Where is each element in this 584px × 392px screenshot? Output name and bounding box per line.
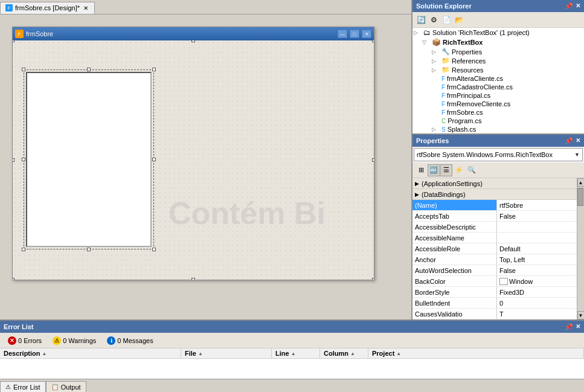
rtf-handle-bl[interactable] <box>22 248 25 251</box>
form-title-icon: F <box>15 30 24 38</box>
col-description[interactable]: Description ▲ <box>0 349 181 358</box>
sol-header-close[interactable]: ✕ <box>576 2 580 10</box>
tree-splash[interactable]: ▷ S Splash.cs <box>412 125 584 133</box>
prop-btn-search[interactable]: 🔍 <box>466 164 478 176</box>
solution-expand[interactable]: ▷ <box>414 30 423 36</box>
form-title-text: frmSobre <box>26 30 335 37</box>
prop-row-accrole[interactable]: AccessibleRole Default <box>412 243 577 254</box>
frmremove-label: frmRemoveCliente.cs <box>447 100 510 108</box>
prop-cat-databindings[interactable]: ▶ (DataBindings) <box>412 189 577 200</box>
prop-row-name[interactable]: ➤ (Name) rtfSobre <box>412 200 577 211</box>
scrollbar-up[interactable]: ▲ <box>577 178 585 187</box>
rtf-handle-br[interactable] <box>152 248 156 251</box>
cat-expand-2[interactable]: ▶ <box>415 191 419 198</box>
prop-row-accdesc[interactable]: AccessibleDescriptic <box>412 222 577 233</box>
handle-tm[interactable] <box>191 40 195 42</box>
frmprincipal-label: frmPrincipal.cs <box>447 92 490 99</box>
tree-program[interactable]: C Program.cs <box>412 117 584 125</box>
handle-ml[interactable] <box>13 158 14 162</box>
col-line[interactable]: Line ▲ <box>272 349 320 358</box>
tree-properties[interactable]: ▷ 🔧 Properties <box>412 47 584 56</box>
prop-scrollbar[interactable]: ▲ ▼ <box>577 178 584 320</box>
handle-bl[interactable] <box>13 278 14 280</box>
prop-row-acceptstab[interactable]: AcceptsTab False <box>412 211 577 222</box>
handle-mr[interactable] <box>372 158 374 162</box>
tree-frmprincipal[interactable]: F frmPrincipal.cs <box>412 91 584 100</box>
tree-view[interactable]: ▷ 🗂 Solution 'RichTextBox' (1 project) ▽… <box>412 28 584 133</box>
handle-tl[interactable] <box>13 40 14 42</box>
bottom-tab-errorlist[interactable]: ⚠ Error List <box>0 381 46 392</box>
resources-expand[interactable]: ▷ <box>432 67 441 73</box>
rtf-handle-ml[interactable] <box>22 158 25 161</box>
prop-pin-icon[interactable]: 📌 <box>565 137 573 145</box>
rtf-handle-bm[interactable] <box>87 248 91 251</box>
sol-toolbar-btn-4[interactable]: 📂 <box>453 14 465 26</box>
sol-toolbar-btn-1[interactable]: 🔄 <box>415 14 427 26</box>
tree-references[interactable]: ▷ 📁 References <box>412 56 584 65</box>
warnings-btn[interactable]: ⚠ 0 Warnings <box>48 335 100 347</box>
prop-row-extra[interactable]: CausesValidatio T <box>412 309 577 320</box>
prop-value-backcolor: Window <box>497 276 577 286</box>
handle-br[interactable] <box>372 278 374 280</box>
tab-close-button[interactable]: ✕ <box>82 4 89 11</box>
col-column[interactable]: Column ▲ <box>320 349 368 358</box>
tree-frmremove[interactable]: F frmRemoveCliente.cs <box>412 100 584 108</box>
scrollbar-thumb[interactable] <box>577 188 583 206</box>
bottom-tab-output[interactable]: 📋 Output <box>46 381 86 392</box>
col-project[interactable]: Project ▲ <box>368 349 584 358</box>
project-expand[interactable]: ▽ <box>422 39 432 45</box>
references-expand[interactable]: ▷ <box>432 58 441 64</box>
solution-node[interactable]: ▷ 🗂 Solution 'RichTextBox' (1 project) <box>412 28 584 37</box>
minimize-button[interactable]: — <box>338 30 347 38</box>
prop-row-accname[interactable]: AccessibleName <box>412 233 577 243</box>
cat-expand-1[interactable]: ▶ <box>415 181 419 187</box>
designer-tab[interactable]: F frmSobre.cs [Design]* ✕ <box>0 2 95 14</box>
close-button[interactable]: ✕ <box>362 30 371 38</box>
tree-resources[interactable]: ▷ 📁 Resources <box>412 65 584 74</box>
prop-value-accdesc <box>497 222 577 232</box>
prop-grid[interactable]: ▶ (ApplicationSettings) ▶ (DataBindings)… <box>412 178 577 320</box>
col-line-sort[interactable]: ▲ <box>291 351 296 356</box>
col-proj-sort[interactable]: ▲ <box>396 351 401 356</box>
rtf-handle-tl[interactable] <box>22 68 25 71</box>
col-desc-sort[interactable]: ▲ <box>42 351 47 356</box>
sol-toolbar-btn-2[interactable]: ⚙ <box>428 14 440 26</box>
prop-row-backcolor[interactable]: BackColor Window <box>412 276 577 287</box>
prop-row-borderstyle[interactable]: BorderStyle Fixed3D <box>412 287 577 298</box>
error-pin-icon[interactable]: 📌 <box>565 323 573 331</box>
tree-frmcadastro[interactable]: F frmCadastroCliente.cs <box>412 83 584 91</box>
object-selector[interactable]: rtfSobre System.Windows.Forms.RichTextBo… <box>414 148 583 161</box>
error-table[interactable]: Description ▲ File ▲ Line ▲ Column ▲ Pro… <box>0 349 584 379</box>
object-selector-arrow[interactable]: ▼ <box>574 152 580 158</box>
pin-icon[interactable]: 📌 <box>565 2 573 10</box>
sol-toolbar-btn-3[interactable]: 📄 <box>440 14 452 26</box>
prop-close-icon[interactable]: ✕ <box>576 137 580 145</box>
rtf-control[interactable] <box>26 72 152 247</box>
properties-expand[interactable]: ▷ <box>432 49 441 55</box>
prop-cat-appsettings[interactable]: ▶ (ApplicationSettings) <box>412 178 577 189</box>
handle-bm[interactable] <box>191 278 195 280</box>
col-file-sort[interactable]: ▲ <box>198 351 203 356</box>
rtf-handle-mr[interactable] <box>152 158 156 161</box>
prop-btn-categorized[interactable]: ⊞ <box>415 164 427 176</box>
tree-frmaltera[interactable]: F frmAlteraCliente.cs <box>412 74 584 83</box>
handle-tr[interactable] <box>372 40 374 42</box>
prop-btn-props[interactable]: ☰ <box>440 164 452 176</box>
splash-expand[interactable]: ▷ <box>432 126 441 132</box>
col-col-sort[interactable]: ▲ <box>350 351 355 356</box>
prop-row-anchor[interactable]: Anchor Top, Left <box>412 254 577 265</box>
messages-btn[interactable]: ℹ 0 Messages <box>103 335 157 347</box>
project-node[interactable]: ▽ 📦 RichTextBox <box>412 37 584 47</box>
rtf-handle-tr[interactable] <box>152 68 156 71</box>
errors-btn[interactable]: ✕ 0 Errors <box>4 335 46 347</box>
error-close-icon[interactable]: ✕ <box>576 323 580 331</box>
col-file[interactable]: File ▲ <box>181 349 272 358</box>
tree-frmsobre[interactable]: F frmSobre.cs <box>412 108 584 117</box>
maximize-button[interactable]: □ <box>350 30 359 38</box>
rtf-handle-tm[interactable] <box>87 68 91 71</box>
prop-row-autoword[interactable]: AutoWordSelection False <box>412 265 577 276</box>
prop-btn-events[interactable]: ⚡ <box>453 164 465 176</box>
scrollbar-down[interactable]: ▼ <box>577 311 585 320</box>
prop-btn-alpha[interactable]: 🔤 <box>428 164 440 176</box>
prop-row-bulletindent[interactable]: BulletIndent 0 <box>412 298 577 309</box>
